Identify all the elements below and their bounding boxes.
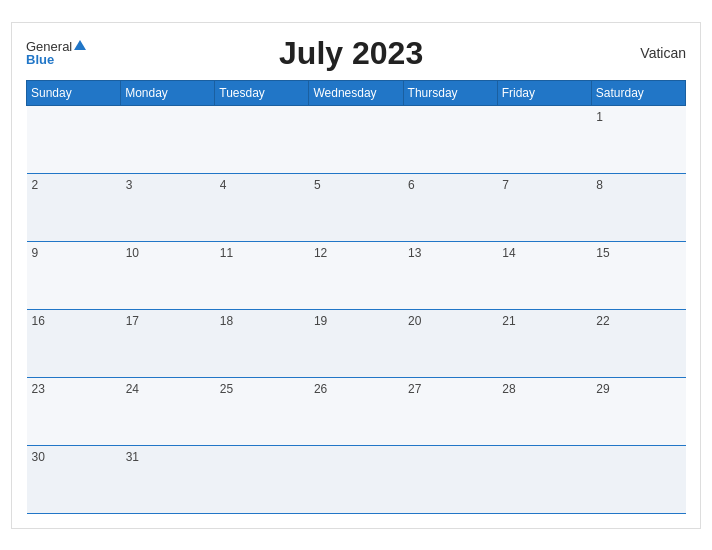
calendar-day-22: 22 [591, 309, 685, 377]
calendar-day-7: 7 [497, 173, 591, 241]
calendar-day-13: 13 [403, 241, 497, 309]
logo: General Blue [26, 40, 86, 66]
day-number: 12 [314, 246, 327, 260]
calendar-day-10: 10 [121, 241, 215, 309]
weekday-header-thursday: Thursday [403, 80, 497, 105]
day-number: 23 [32, 382, 45, 396]
calendar-day-empty [309, 105, 403, 173]
day-number: 5 [314, 178, 321, 192]
day-number: 9 [32, 246, 39, 260]
calendar-day-empty [497, 105, 591, 173]
calendar-week-row: 2345678 [27, 173, 686, 241]
day-number: 2 [32, 178, 39, 192]
day-number: 26 [314, 382, 327, 396]
calendar-day-29: 29 [591, 377, 685, 445]
calendar-day-18: 18 [215, 309, 309, 377]
logo-triangle-icon [74, 40, 86, 50]
calendar-title: July 2023 [86, 35, 616, 72]
calendar-day-3: 3 [121, 173, 215, 241]
calendar-day-31: 31 [121, 445, 215, 513]
day-number: 10 [126, 246, 139, 260]
day-number: 22 [596, 314, 609, 328]
calendar-table: SundayMondayTuesdayWednesdayThursdayFrid… [26, 80, 686, 514]
day-number: 14 [502, 246, 515, 260]
calendar-day-19: 19 [309, 309, 403, 377]
calendar-day-24: 24 [121, 377, 215, 445]
day-number: 20 [408, 314, 421, 328]
calendar-day-20: 20 [403, 309, 497, 377]
calendar-day-16: 16 [27, 309, 121, 377]
calendar-day-1: 1 [591, 105, 685, 173]
day-number: 27 [408, 382, 421, 396]
calendar-day-17: 17 [121, 309, 215, 377]
calendar-day-25: 25 [215, 377, 309, 445]
calendar-day-empty [27, 105, 121, 173]
calendar-day-2: 2 [27, 173, 121, 241]
day-number: 16 [32, 314, 45, 328]
calendar-day-9: 9 [27, 241, 121, 309]
day-number: 13 [408, 246, 421, 260]
day-number: 24 [126, 382, 139, 396]
day-number: 19 [314, 314, 327, 328]
day-number: 3 [126, 178, 133, 192]
calendar-week-row: 23242526272829 [27, 377, 686, 445]
weekday-header-sunday: Sunday [27, 80, 121, 105]
day-number: 30 [32, 450, 45, 464]
day-number: 31 [126, 450, 139, 464]
calendar-day-empty [309, 445, 403, 513]
calendar-day-empty [121, 105, 215, 173]
calendar-day-empty [215, 445, 309, 513]
calendar-day-empty [403, 105, 497, 173]
calendar-day-28: 28 [497, 377, 591, 445]
calendar-week-row: 9101112131415 [27, 241, 686, 309]
calendar-day-30: 30 [27, 445, 121, 513]
day-number: 17 [126, 314, 139, 328]
day-number: 15 [596, 246, 609, 260]
weekday-header-wednesday: Wednesday [309, 80, 403, 105]
calendar-header: General Blue July 2023 Vatican [26, 33, 686, 74]
calendar-day-empty [497, 445, 591, 513]
calendar-day-empty [591, 445, 685, 513]
day-number: 18 [220, 314, 233, 328]
calendar-day-26: 26 [309, 377, 403, 445]
day-number: 25 [220, 382, 233, 396]
day-number: 4 [220, 178, 227, 192]
day-number: 29 [596, 382, 609, 396]
weekday-header-friday: Friday [497, 80, 591, 105]
day-number: 21 [502, 314, 515, 328]
logo-blue-text: Blue [26, 53, 54, 66]
day-number: 8 [596, 178, 603, 192]
calendar-day-6: 6 [403, 173, 497, 241]
calendar-week-row: 3031 [27, 445, 686, 513]
weekday-header-saturday: Saturday [591, 80, 685, 105]
calendar-week-row: 16171819202122 [27, 309, 686, 377]
calendar-day-21: 21 [497, 309, 591, 377]
calendar-day-27: 27 [403, 377, 497, 445]
calendar-day-8: 8 [591, 173, 685, 241]
calendar: General Blue July 2023 Vatican SundayMon… [11, 22, 701, 529]
weekday-header-row: SundayMondayTuesdayWednesdayThursdayFrid… [27, 80, 686, 105]
day-number: 6 [408, 178, 415, 192]
calendar-day-4: 4 [215, 173, 309, 241]
weekday-header-tuesday: Tuesday [215, 80, 309, 105]
day-number: 7 [502, 178, 509, 192]
day-number: 28 [502, 382, 515, 396]
calendar-day-5: 5 [309, 173, 403, 241]
calendar-day-23: 23 [27, 377, 121, 445]
calendar-day-empty [215, 105, 309, 173]
calendar-week-row: 1 [27, 105, 686, 173]
calendar-day-empty [403, 445, 497, 513]
country-label: Vatican [616, 45, 686, 61]
calendar-day-15: 15 [591, 241, 685, 309]
calendar-day-12: 12 [309, 241, 403, 309]
weekday-header-monday: Monday [121, 80, 215, 105]
calendar-day-14: 14 [497, 241, 591, 309]
calendar-day-11: 11 [215, 241, 309, 309]
day-number: 1 [596, 110, 603, 124]
day-number: 11 [220, 246, 233, 260]
